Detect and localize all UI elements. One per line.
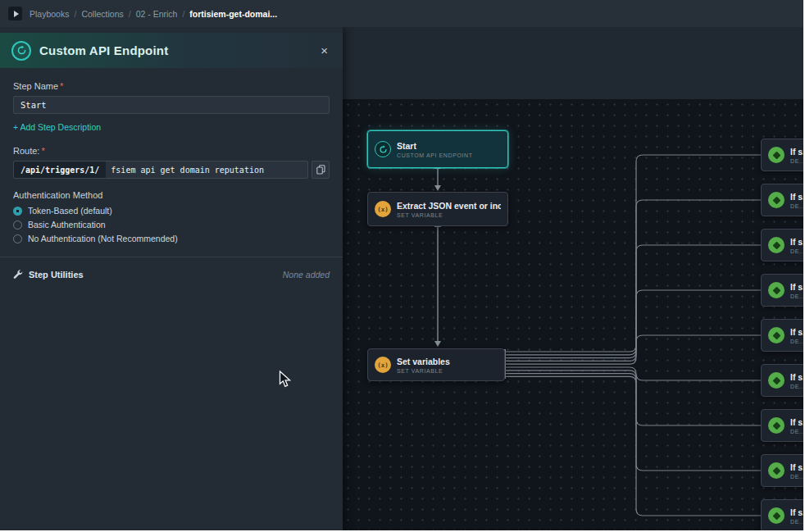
condition-node[interactable]: If s...DE... xyxy=(761,319,803,352)
auth-option[interactable]: No Authentication (Not Recommended) xyxy=(13,234,330,243)
step-name-label: Step Name* xyxy=(13,81,330,91)
condition-node[interactable]: If s...DE... xyxy=(761,229,803,261)
breadcrumb-link[interactable]: Collections xyxy=(81,9,123,19)
decision-icon xyxy=(768,327,785,343)
node-title: If s... xyxy=(790,147,803,157)
node-subtitle: SET VARIABLE xyxy=(397,212,501,218)
node-subtitle: DE... xyxy=(790,203,803,209)
node-subtitle: DE... xyxy=(790,248,803,254)
required-marker: * xyxy=(60,81,63,91)
close-icon[interactable]: × xyxy=(317,41,331,60)
radio-icon[interactable] xyxy=(13,234,22,243)
auth-option[interactable]: Token-Based (default) xyxy=(13,206,330,216)
route-row: /api/triggers/1/ xyxy=(13,161,330,179)
breadcrumb-current: fortisiem-get-domai... xyxy=(189,9,277,19)
node-subtitle: DE... xyxy=(790,293,803,299)
node-subtitle: SET VARIABLE xyxy=(397,368,498,374)
auth-option[interactable]: Basic Authentication xyxy=(13,220,330,230)
step-utilities-label: Step Utilities xyxy=(29,270,277,280)
node-title: If s... xyxy=(790,282,803,292)
wrench-icon xyxy=(13,267,23,282)
decision-icon xyxy=(768,462,785,479)
api-endpoint-icon xyxy=(375,141,391,157)
variable-glyph: (x) xyxy=(377,206,389,213)
node-subtitle: DE... xyxy=(790,429,803,434)
route-label: Route:* xyxy=(13,146,330,156)
set-variables-node[interactable]: (x) Set variables SET VARIABLE xyxy=(367,348,505,381)
condition-node[interactable]: If s...DE... xyxy=(761,184,803,216)
node-subtitle: DE... xyxy=(790,158,803,164)
breadcrumb-link[interactable]: Playbooks xyxy=(30,9,69,19)
breadcrumb-separator: / xyxy=(182,9,184,19)
node-title: Extract JSON event or inc... xyxy=(397,201,501,211)
node-title: If s... xyxy=(790,372,803,382)
playbook-icon xyxy=(8,7,22,20)
condition-node[interactable]: If s...DE... xyxy=(761,499,803,530)
app-window: Playbooks/Collections/02 - Enrich/fortis… xyxy=(0,0,803,530)
breadcrumb-separator: / xyxy=(129,9,131,19)
node-title: If s... xyxy=(790,192,803,202)
variable-glyph: (x) xyxy=(377,361,389,369)
decision-icon xyxy=(768,372,785,389)
set-variable-icon: (x) xyxy=(375,357,391,373)
node-subtitle: CUSTOM API ENDPOINT xyxy=(397,152,501,158)
required-marker: * xyxy=(41,146,44,156)
condition-node[interactable]: If s...DE... xyxy=(761,454,803,487)
radio-icon[interactable] xyxy=(13,221,22,230)
start-node[interactable]: Start CUSTOM API ENDPOINT xyxy=(367,130,508,168)
route-field: /api/triggers/1/ xyxy=(13,161,308,179)
auth-option-label: Token-Based (default) xyxy=(28,206,112,216)
condition-node[interactable]: If s...DE... xyxy=(761,409,803,442)
node-subtitle: DE... xyxy=(790,384,803,389)
decision-icon xyxy=(768,147,785,163)
auth-options: Token-Based (default)Basic Authenticatio… xyxy=(13,206,330,243)
panel-header: Custom API Endpoint × xyxy=(0,33,343,68)
node-subtitle: DE... xyxy=(790,519,803,525)
node-title: If s... xyxy=(790,327,803,337)
step-name-input[interactable] xyxy=(13,96,330,114)
node-subtitle: DE... xyxy=(790,474,803,480)
set-variable-icon: (x) xyxy=(375,201,391,217)
breadcrumb: Playbooks/Collections/02 - Enrich/fortis… xyxy=(30,9,277,19)
route-prefix: /api/triggers/1/ xyxy=(14,161,106,178)
node-title: If s... xyxy=(790,462,803,472)
route-input[interactable] xyxy=(106,161,307,178)
node-title: Set variables xyxy=(397,357,498,366)
decision-icon xyxy=(768,192,785,208)
copy-route-button[interactable] xyxy=(312,161,330,179)
radio-selected-icon[interactable] xyxy=(13,207,22,216)
condition-node[interactable]: If s...DE... xyxy=(761,139,803,171)
node-title: If s... xyxy=(790,237,803,247)
decision-icon xyxy=(768,417,785,434)
decision-icon xyxy=(768,237,785,253)
breadcrumb-link[interactable]: 02 - Enrich xyxy=(136,9,178,19)
panel-title: Custom API Endpoint xyxy=(39,43,309,57)
copy-icon xyxy=(316,165,325,175)
breadcrumb-separator: / xyxy=(74,9,76,19)
node-subtitle: DE... xyxy=(790,339,803,344)
decision-icon xyxy=(768,282,785,298)
auth-option-label: Basic Authentication xyxy=(28,220,106,230)
step-utilities-section[interactable]: Step Utilities None added xyxy=(13,257,330,292)
step-config-panel: Custom API Endpoint × Step Name* + Add S… xyxy=(0,27,343,530)
panel-body: Step Name* + Add Step Description Route:… xyxy=(0,68,343,305)
node-title: Start xyxy=(397,141,501,151)
auth-option-label: No Authentication (Not Recommended) xyxy=(28,234,178,243)
utilities-status: None added xyxy=(283,270,330,280)
playbook-canvas-area: Start CUSTOM API ENDPOINT (x) Extract JS… xyxy=(343,27,803,530)
custom-api-endpoint-icon xyxy=(11,41,31,61)
condition-node[interactable]: If s...DE... xyxy=(761,274,803,307)
play-icon xyxy=(14,11,19,17)
add-step-description-link[interactable]: + Add Step Description xyxy=(13,122,101,132)
breadcrumb-bar: Playbooks/Collections/02 - Enrich/fortis… xyxy=(0,0,803,27)
condition-node[interactable]: If s...DE... xyxy=(761,364,803,397)
extract-node[interactable]: (x) Extract JSON event or inc... SET VAR… xyxy=(367,192,508,226)
node-title: If s... xyxy=(790,507,803,517)
decision-icon xyxy=(768,507,785,524)
connector-layer xyxy=(343,27,803,530)
auth-method-label: Authentication Method xyxy=(13,190,330,200)
node-title: If s... xyxy=(790,417,803,427)
